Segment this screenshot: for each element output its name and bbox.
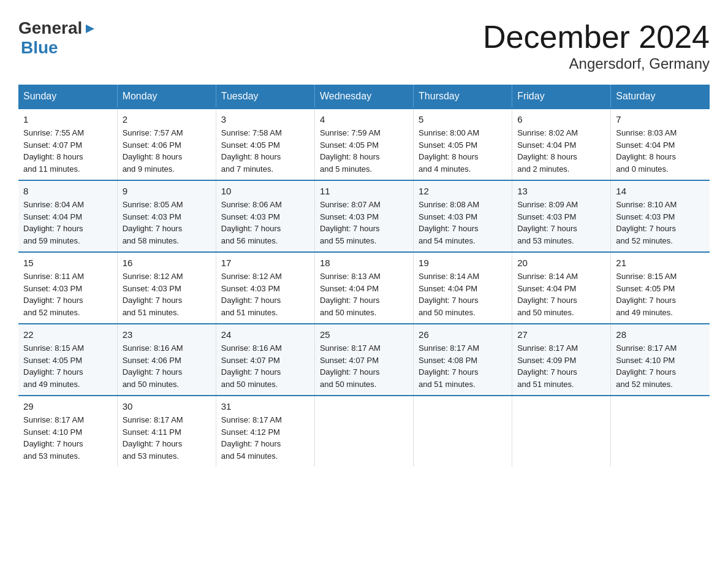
day-info: Sunrise: 8:00 AM Sunset: 4:05 PM Dayligh… (419, 127, 507, 175)
day-info: Sunrise: 8:17 AM Sunset: 4:10 PM Dayligh… (23, 414, 112, 462)
day-number: 8 (23, 186, 112, 196)
calendar-cell: 18Sunrise: 8:13 AM Sunset: 4:04 PM Dayli… (314, 252, 413, 324)
calendar-cell: 2Sunrise: 7:57 AM Sunset: 4:06 PM Daylig… (117, 109, 216, 180)
logo-general: General (18, 18, 82, 38)
calendar-cell: 12Sunrise: 8:08 AM Sunset: 4:03 PM Dayli… (414, 180, 512, 252)
day-number: 5 (419, 114, 507, 124)
calendar-cell: 6Sunrise: 8:02 AM Sunset: 4:04 PM Daylig… (512, 109, 611, 180)
day-number: 17 (221, 258, 309, 268)
calendar-cell: 19Sunrise: 8:14 AM Sunset: 4:04 PM Dayli… (414, 252, 512, 324)
day-number: 16 (123, 258, 211, 268)
day-number: 4 (320, 114, 408, 124)
calendar-cell: 15Sunrise: 8:11 AM Sunset: 4:03 PM Dayli… (18, 252, 117, 324)
page-title: December 2024 (483, 18, 710, 55)
calendar-cell: 22Sunrise: 8:15 AM Sunset: 4:05 PM Dayli… (18, 324, 117, 396)
calendar-cell: 21Sunrise: 8:15 AM Sunset: 4:05 PM Dayli… (611, 252, 710, 324)
day-number: 22 (23, 329, 112, 340)
day-number: 2 (123, 114, 211, 124)
day-info: Sunrise: 8:17 AM Sunset: 4:09 PM Dayligh… (517, 342, 605, 390)
day-number: 11 (320, 186, 408, 196)
header-friday: Friday (512, 85, 611, 109)
day-number: 19 (419, 258, 507, 268)
day-number: 1 (23, 114, 112, 124)
calendar-cell: 30Sunrise: 8:17 AM Sunset: 4:11 PM Dayli… (117, 396, 216, 467)
day-number: 29 (23, 401, 112, 412)
calendar-cell: 20Sunrise: 8:14 AM Sunset: 4:04 PM Dayli… (512, 252, 611, 324)
day-number: 27 (517, 329, 605, 340)
header-sunday: Sunday (18, 85, 117, 109)
calendar-cell: 4Sunrise: 7:59 AM Sunset: 4:05 PM Daylig… (314, 109, 413, 180)
calendar-week-row: 8Sunrise: 8:04 AM Sunset: 4:04 PM Daylig… (18, 180, 710, 252)
page-subtitle: Angersdorf, Germany (483, 55, 710, 72)
day-info: Sunrise: 8:05 AM Sunset: 4:03 PM Dayligh… (123, 199, 211, 247)
calendar-cell: 8Sunrise: 8:04 AM Sunset: 4:04 PM Daylig… (18, 180, 117, 252)
calendar-cell: 7Sunrise: 8:03 AM Sunset: 4:04 PM Daylig… (611, 109, 710, 180)
calendar-cell: 23Sunrise: 8:16 AM Sunset: 4:06 PM Dayli… (117, 324, 216, 396)
day-number: 30 (123, 401, 211, 412)
calendar-cell: 3Sunrise: 7:58 AM Sunset: 4:05 PM Daylig… (216, 109, 314, 180)
day-info: Sunrise: 8:16 AM Sunset: 4:07 PM Dayligh… (221, 342, 309, 390)
day-number: 28 (616, 329, 705, 340)
calendar-cell: 11Sunrise: 8:07 AM Sunset: 4:03 PM Dayli… (314, 180, 413, 252)
day-info: Sunrise: 8:06 AM Sunset: 4:03 PM Dayligh… (221, 199, 309, 247)
calendar-cell: 26Sunrise: 8:17 AM Sunset: 4:08 PM Dayli… (414, 324, 512, 396)
day-number: 9 (123, 186, 211, 196)
header-tuesday: Tuesday (216, 85, 314, 109)
day-number: 24 (221, 329, 309, 340)
day-number: 6 (517, 114, 605, 124)
logo-arrow-icon (83, 22, 97, 36)
calendar-cell: 14Sunrise: 8:10 AM Sunset: 4:03 PM Dayli… (611, 180, 710, 252)
logo: General Blue (18, 18, 97, 58)
calendar-cell: 27Sunrise: 8:17 AM Sunset: 4:09 PM Dayli… (512, 324, 611, 396)
day-number: 18 (320, 258, 408, 268)
calendar-cell: 25Sunrise: 8:17 AM Sunset: 4:07 PM Dayli… (314, 324, 413, 396)
header-thursday: Thursday (414, 85, 512, 109)
calendar-cell: 13Sunrise: 8:09 AM Sunset: 4:03 PM Dayli… (512, 180, 611, 252)
day-info: Sunrise: 8:12 AM Sunset: 4:03 PM Dayligh… (221, 270, 309, 318)
calendar-cell: 24Sunrise: 8:16 AM Sunset: 4:07 PM Dayli… (216, 324, 314, 396)
day-info: Sunrise: 8:14 AM Sunset: 4:04 PM Dayligh… (419, 270, 507, 318)
day-info: Sunrise: 8:10 AM Sunset: 4:03 PM Dayligh… (616, 199, 705, 247)
day-info: Sunrise: 8:17 AM Sunset: 4:10 PM Dayligh… (616, 342, 705, 390)
calendar-table: SundayMondayTuesdayWednesdayThursdayFrid… (18, 85, 710, 467)
header-monday: Monday (117, 85, 216, 109)
day-info: Sunrise: 8:04 AM Sunset: 4:04 PM Dayligh… (23, 199, 112, 247)
calendar-week-row: 15Sunrise: 8:11 AM Sunset: 4:03 PM Dayli… (18, 252, 710, 324)
calendar-cell: 1Sunrise: 7:55 AM Sunset: 4:07 PM Daylig… (18, 109, 117, 180)
day-info: Sunrise: 8:17 AM Sunset: 4:07 PM Dayligh… (320, 342, 408, 390)
day-number: 12 (419, 186, 507, 196)
svg-marker-0 (86, 25, 94, 33)
calendar-cell: 16Sunrise: 8:12 AM Sunset: 4:03 PM Dayli… (117, 252, 216, 324)
calendar-cell: 17Sunrise: 8:12 AM Sunset: 4:03 PM Dayli… (216, 252, 314, 324)
day-info: Sunrise: 7:57 AM Sunset: 4:06 PM Dayligh… (123, 127, 211, 175)
day-info: Sunrise: 7:58 AM Sunset: 4:05 PM Dayligh… (221, 127, 309, 175)
calendar-cell: 28Sunrise: 8:17 AM Sunset: 4:10 PM Dayli… (611, 324, 710, 396)
logo-blue: Blue (21, 38, 58, 57)
day-info: Sunrise: 7:59 AM Sunset: 4:05 PM Dayligh… (320, 127, 408, 175)
day-number: 31 (221, 401, 309, 412)
calendar-cell (611, 396, 710, 467)
calendar-cell: 9Sunrise: 8:05 AM Sunset: 4:03 PM Daylig… (117, 180, 216, 252)
day-info: Sunrise: 8:09 AM Sunset: 4:03 PM Dayligh… (517, 199, 605, 247)
day-info: Sunrise: 8:15 AM Sunset: 4:05 PM Dayligh… (23, 342, 112, 390)
day-number: 21 (616, 258, 705, 268)
calendar-cell: 5Sunrise: 8:00 AM Sunset: 4:05 PM Daylig… (414, 109, 512, 180)
day-info: Sunrise: 8:17 AM Sunset: 4:08 PM Dayligh… (419, 342, 507, 390)
calendar-header-row: SundayMondayTuesdayWednesdayThursdayFrid… (18, 85, 710, 109)
day-info: Sunrise: 8:17 AM Sunset: 4:11 PM Dayligh… (123, 414, 211, 462)
calendar-cell (314, 396, 413, 467)
calendar-cell (414, 396, 512, 467)
header-wednesday: Wednesday (314, 85, 413, 109)
day-number: 3 (221, 114, 309, 124)
day-info: Sunrise: 8:17 AM Sunset: 4:12 PM Dayligh… (221, 414, 309, 462)
calendar-cell (512, 396, 611, 467)
calendar-cell: 29Sunrise: 8:17 AM Sunset: 4:10 PM Dayli… (18, 396, 117, 467)
page-header: General Blue December 2024 Angersdorf, G… (18, 18, 710, 72)
day-number: 26 (419, 329, 507, 340)
day-number: 10 (221, 186, 309, 196)
day-number: 14 (616, 186, 705, 196)
day-info: Sunrise: 8:14 AM Sunset: 4:04 PM Dayligh… (517, 270, 605, 318)
header-saturday: Saturday (611, 85, 710, 109)
day-number: 7 (616, 114, 705, 124)
title-block: December 2024 Angersdorf, Germany (483, 18, 710, 72)
